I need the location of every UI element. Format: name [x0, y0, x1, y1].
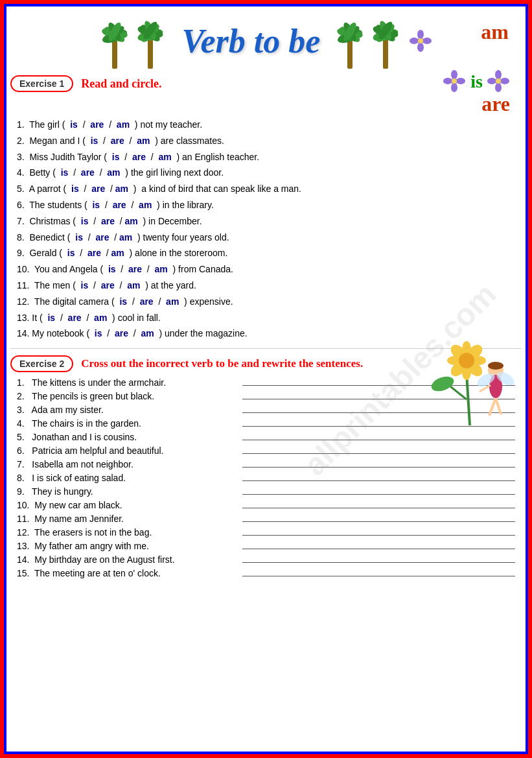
list-item: 10. You and Angela ( is / are / am ) fro…: [17, 262, 515, 278]
answer-line[interactable]: [242, 562, 515, 563]
svg-rect-21: [383, 38, 388, 69]
exercise1-section: Exercise 1 Read and circle. is: [10, 75, 522, 342]
svg-point-39: [452, 78, 457, 84]
flower-icon-left: [443, 70, 466, 93]
list-item: 5. A parrot ( is / are / am ) a kind of …: [17, 182, 515, 197]
answer-line[interactable]: [242, 549, 515, 549]
svg-point-36: [451, 83, 457, 92]
list-item: 9. Gerald ( is / are / am ) alone in the…: [17, 246, 515, 261]
svg-point-44: [500, 78, 509, 84]
svg-point-35: [451, 70, 457, 79]
answer-line[interactable]: [242, 521, 515, 522]
header: Verb to be: [10, 14, 522, 69]
svg-line-62: [496, 398, 501, 414]
palm-icon-4: [369, 14, 404, 69]
answer-line[interactable]: [242, 576, 515, 576]
list-item: 8. I is sick of eating salad.: [17, 473, 515, 483]
exercise2-badge: Exercise 2: [10, 355, 73, 372]
svg-point-31: [410, 38, 419, 44]
left-palms: [98, 14, 169, 69]
svg-point-30: [417, 43, 424, 52]
list-item: 7. Isabella am not neighbor.: [17, 459, 515, 469]
svg-rect-0: [112, 40, 117, 69]
list-item: 8. Benedict ( is / are / am ) twenty fou…: [17, 230, 515, 246]
list-item: 7. Christmas ( is / are / am ) in Decemb…: [17, 214, 515, 230]
are-label: are: [481, 92, 510, 115]
fairy-illustration: [431, 322, 515, 432]
palm-icon-1: [98, 14, 133, 69]
svg-point-29: [417, 30, 424, 39]
list-item: 9. They is hungry.: [17, 486, 515, 497]
exercise2-header: Exercise 2 Cross out the incorrect verb …: [10, 355, 522, 372]
sentence-text: 10. My new car am black.: [17, 500, 237, 510]
sentence-text: 7. Isabella am not neighbor.: [17, 459, 237, 469]
sentence-text: 6. Patricia am helpful and beautiful.: [17, 445, 237, 456]
sentence-text: 9. They is hungry.: [17, 486, 237, 497]
answer-line[interactable]: [242, 453, 515, 454]
svg-point-42: [495, 83, 502, 92]
sentence-text: 14. My birthday are on the August first.: [17, 554, 237, 565]
list-item: 4. Betty ( is / are / am ) the girl livi…: [17, 165, 515, 181]
svg-line-61: [489, 398, 496, 416]
svg-line-46: [467, 373, 470, 425]
answer-line[interactable]: [242, 508, 515, 508]
svg-point-41: [495, 70, 502, 79]
svg-rect-7: [148, 38, 153, 69]
sentence-text: 1. The kittens is under the armchair.: [17, 377, 237, 388]
sentence-text: 5. Jonathan and I is cousins.: [17, 432, 237, 442]
svg-point-38: [456, 78, 465, 84]
sentence-text: 15. The meeting are at ten o' clock.: [17, 568, 237, 578]
palm-icon-2: [133, 14, 169, 69]
svg-point-37: [443, 78, 452, 84]
am-label: am: [481, 20, 509, 44]
answer-line[interactable]: [242, 494, 515, 495]
list-item: 6. The students ( is / are / am ) in the…: [17, 198, 515, 213]
svg-point-48: [431, 373, 456, 394]
worksheet-page: allprintables.com: [0, 0, 532, 758]
svg-line-47: [450, 386, 467, 399]
list-item: 1. The girl ( is / are / am ) not my tea…: [17, 117, 515, 133]
list-item: 15. The meeting are at ten o' clock.: [17, 568, 515, 578]
right-palms: [333, 14, 404, 69]
exercise1-badge: Exercise 1: [10, 75, 73, 92]
list-item: 10. My new car am black.: [17, 500, 515, 510]
list-item: 6. Patricia am helpful and beautiful.: [17, 445, 515, 456]
list-item: 13. My father am angry with me.: [17, 541, 515, 551]
sentence-text: 4. The chairs is in the garden.: [17, 418, 237, 429]
sentence-text: 12. The erasers is not in the bag.: [17, 527, 237, 538]
list-item: 11. My name am Jennifer.: [17, 514, 515, 524]
flower-icon-top: [410, 30, 432, 53]
svg-point-43: [487, 78, 496, 84]
list-item: 14. My birthday are on the August first.: [17, 554, 515, 565]
list-item: 3. Miss Judith Taylor ( is / are / am ) …: [17, 150, 515, 165]
sentence-text: 8. I is sick of eating salad.: [17, 473, 237, 483]
sentence-text: 3. Ada am my sister.: [17, 405, 237, 415]
list-item: 12. The erasers is not in the bag.: [17, 527, 515, 538]
flower-icon-right: [487, 70, 510, 93]
answer-line[interactable]: [242, 480, 515, 481]
exercise2-instruction: Cross out the incorrect verb to be and r…: [81, 357, 363, 370]
svg-rect-14: [347, 40, 353, 69]
answer-line[interactable]: [242, 535, 515, 536]
answer-line[interactable]: [242, 467, 515, 468]
sentence-text: 11. My name am Jennifer.: [17, 514, 237, 524]
svg-point-33: [418, 38, 423, 43]
answer-line[interactable]: [242, 440, 515, 440]
exercise1-instruction: Read and circle.: [81, 77, 161, 91]
exercise1-list: 1. The girl ( is / are / am ) not my tea…: [10, 117, 522, 342]
page-title: Verb to be: [182, 22, 321, 60]
list-item: 12. The digital camera ( is / are / am )…: [17, 294, 515, 310]
svg-point-32: [422, 38, 432, 44]
svg-point-45: [496, 78, 501, 84]
list-item: 11. The men ( is / are / am ) at the yar…: [17, 278, 515, 294]
sentence-text: 2. The pencils is green but black.: [17, 391, 237, 401]
exercise1-header: Exercise 1 Read and circle. is: [10, 75, 522, 92]
sentence-text: 13. My father am angry with me.: [17, 541, 237, 551]
list-item: 2. Megan and I ( is / are / am ) are cla…: [17, 134, 515, 149]
is-label: is: [470, 71, 483, 92]
illustration: [431, 322, 515, 434]
palm-icon-3: [333, 14, 369, 69]
